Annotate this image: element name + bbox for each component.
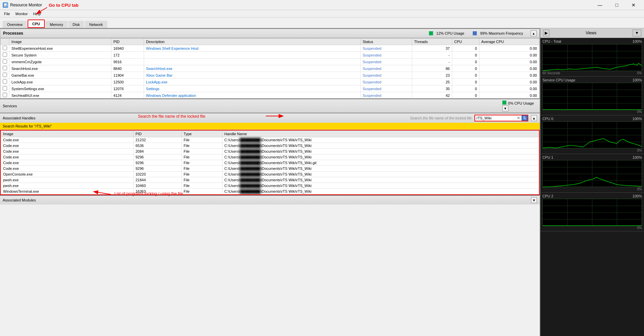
maximize-button[interactable]: □	[609, 0, 624, 10]
th-status[interactable]: Status	[360, 39, 412, 45]
process-cpu: 0	[452, 79, 479, 85]
handle-pid: 21232	[133, 137, 181, 143]
app-title: Resource Monitor	[10, 3, 42, 7]
handle-name: C:\Users\████████\Documents\rTS Wiki\rTS…	[222, 166, 539, 172]
th-description[interactable]: Description	[144, 39, 361, 45]
processes-section-header[interactable]: Processes 12% CPU Usage 99% Maximum Freq…	[0, 28, 540, 38]
handle-image: pwsh.exe	[1, 177, 134, 183]
table-row[interactable]: Code.exe 2084 File C:\Users\████████\Doc…	[1, 149, 539, 154]
th-handle-pid[interactable]: PID	[133, 131, 181, 137]
handles-section-header[interactable]: Associated Handles Search the file name …	[0, 113, 540, 123]
modules-collapse-btn[interactable]: ▼	[531, 197, 537, 203]
process-description	[144, 52, 361, 59]
row-checkbox[interactable]	[3, 46, 7, 50]
tab-overview[interactable]: Overview	[3, 21, 27, 28]
row-checkbox[interactable]	[3, 66, 7, 70]
handle-type: File	[181, 149, 222, 154]
tab-memory[interactable]: Memory	[45, 21, 68, 28]
cpu-usage-label: 12% CPU Usage	[436, 31, 464, 35]
row-checkbox[interactable]	[3, 86, 7, 90]
table-row[interactable]: pwsh.exe 21844 File C:\Users\████████\Do…	[1, 177, 539, 183]
th-image[interactable]: Image	[9, 39, 111, 45]
graph-cpu1-label: CPU 1 100%	[542, 155, 642, 159]
modules-section-header[interactable]: Associated Modules ▼	[0, 195, 540, 204]
graph-cpu2-label: CPU 2 100%	[542, 194, 642, 198]
table-row[interactable]: Code.exe 6536 File C:\Users\████████\Doc…	[1, 143, 539, 149]
tab-disk[interactable]: Disk	[68, 21, 84, 28]
table-row[interactable]: SearchHost.exe 8840 SearchHost.exe Suspe…	[1, 65, 539, 72]
search-submit-button[interactable]: ⇅	[522, 115, 528, 121]
table-row[interactable]: SystemSettings.exe 12076 Settings Suspen…	[1, 85, 539, 92]
table-row[interactable]: LockApp.exe 12500 LockApp.exe Suspended …	[1, 79, 539, 85]
table-row[interactable]: ShellExperienceHost.exe 16940 Windows Sh…	[1, 45, 539, 52]
row-checkbox[interactable]	[3, 79, 7, 84]
search-clear-button[interactable]: ✕	[515, 116, 522, 120]
handle-pid: 2084	[133, 149, 181, 154]
table-row[interactable]: SecHealthUI.exe 4124 Windows Defender ap…	[1, 92, 539, 99]
row-checkbox[interactable]	[3, 93, 7, 97]
th-cpu[interactable]: CPU	[452, 39, 479, 45]
th-handle-type[interactable]: Type	[181, 131, 222, 137]
menu-monitor[interactable]: Monitor	[13, 11, 31, 16]
minimize-button[interactable]: —	[592, 0, 608, 10]
table-row[interactable]: Code.exe 21232 File C:\Users\████████\Do…	[1, 137, 539, 143]
process-description[interactable]: LockApp.exe	[144, 79, 361, 85]
close-button[interactable]: ✕	[626, 0, 641, 10]
menu-bar: File Monitor Help	[0, 10, 644, 17]
search-results-table-container: Image PID Type Handle Name Code.exe 2123…	[0, 130, 540, 195]
tab-network[interactable]: Network	[85, 21, 107, 28]
menu-help[interactable]: Help	[30, 11, 43, 16]
process-status: Suspended	[360, 92, 412, 99]
handle-name: C:\Users\████████\Documents\rTS Wiki\rTS…	[222, 177, 539, 183]
table-row[interactable]: vmmemCmZygote 9916 Suspended - 0 0.00	[1, 59, 539, 65]
process-description[interactable]: Windows Defender application	[144, 92, 361, 99]
graph-cpu2-svg	[543, 199, 642, 226]
process-description[interactable]: Windows Shell Experience Host	[144, 45, 361, 52]
th-avg-cpu[interactable]: Average CPU	[479, 39, 539, 45]
handles-search-area: Search the file name of the locked file …	[35, 115, 537, 121]
menu-file[interactable]: File	[1, 11, 13, 16]
graph-usage-pct: 0%	[637, 110, 642, 114]
graph-cpu1-svg	[543, 160, 642, 187]
handles-search-input[interactable]	[475, 115, 515, 121]
th-pid[interactable]: PID	[111, 39, 144, 45]
handle-image: Code.exe	[1, 154, 134, 160]
table-row[interactable]: Secure System 172 Suspended - 0 0.00	[1, 52, 539, 59]
row-checkbox[interactable]	[3, 73, 7, 77]
process-description[interactable]: Xbox Game Bar	[144, 72, 361, 79]
graph-cpu0-time-info: 0%	[542, 149, 642, 152]
handle-pid: 16363	[133, 189, 181, 194]
th-handle-name[interactable]: Handle Name	[222, 131, 539, 137]
table-row[interactable]: OpenConsole.exe 10220 File C:\Users\████…	[1, 172, 539, 177]
graph-cpu1-canvas	[542, 160, 642, 187]
table-row[interactable]: WindowsTerminal.exe 16363 File C:\Users\…	[1, 189, 539, 194]
table-row[interactable]: pwsh.exe 10460 File C:\Users\████████\Do…	[1, 183, 539, 189]
table-row[interactable]: GameBar.exe 11904 Xbox Game Bar Suspende…	[1, 72, 539, 79]
views-dropdown-button[interactable]: ▼	[633, 30, 641, 36]
tab-cpu[interactable]: CPU	[28, 20, 45, 28]
graph-pct: 100%	[633, 155, 642, 159]
row-checkbox[interactable]	[3, 59, 7, 64]
table-row[interactable]: Code.exe 9296 File C:\Users\████████\Doc…	[1, 154, 539, 160]
process-avg-cpu: 0.00	[479, 72, 539, 79]
th-threads[interactable]: Threads	[412, 39, 452, 45]
table-row[interactable]: Code.exe 9296 File C:\Users\████████\Doc…	[1, 160, 539, 166]
search-hint-label: Search the file name of the locked file	[410, 116, 472, 120]
table-row[interactable]: Code.exe 9296 File C:\Users\████████\Doc…	[1, 166, 539, 172]
handle-image: WindowsTerminal.exe	[1, 189, 134, 194]
graph-cpu2: CPU 2 100% 0%	[540, 193, 644, 231]
handle-pid: 10460	[133, 183, 181, 189]
handles-collapse-btn[interactable]: ▲	[531, 115, 537, 121]
processes-collapse-btn[interactable]: ▲	[531, 30, 537, 36]
services-section-header[interactable]: Services 0% CPU Usage ▼	[0, 99, 540, 113]
services-collapse-btn[interactable]: ▼	[502, 105, 508, 111]
graph-usage-pct: 0%	[637, 226, 642, 230]
row-checkbox[interactable]	[3, 52, 7, 57]
th-handle-image[interactable]: Image	[1, 131, 134, 137]
graph-cpu-total-label: CPU - Total 100%	[542, 39, 642, 43]
process-description[interactable]: SearchHost.exe	[144, 65, 361, 72]
process-description[interactable]: Settings	[144, 85, 361, 92]
search-results-label: Search Results for "rTS_Wiki"	[3, 124, 52, 128]
search-results-header: Search Results for "rTS_Wiki"	[0, 123, 540, 130]
panel-expand-button[interactable]: ▶	[543, 30, 549, 36]
